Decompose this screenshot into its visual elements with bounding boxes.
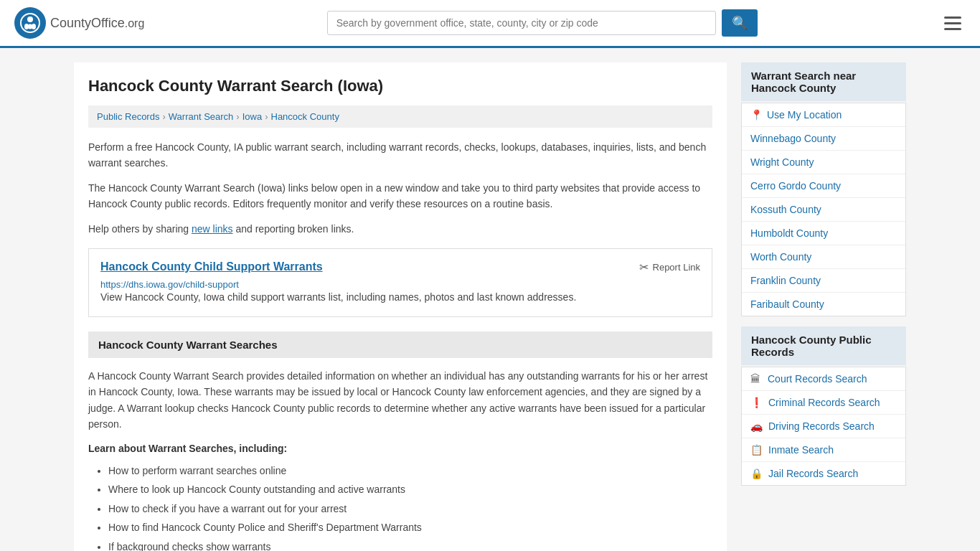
public-records-list: 🏛 Court Records Search ❗ Criminal Record… [741,367,906,486]
sidebar-court-records[interactable]: 🏛 Court Records Search [742,367,905,391]
search-area: 🔍 [327,9,758,37]
menu-button[interactable] [940,12,966,34]
page-title: Hancock County Warrant Search (Iowa) [88,77,712,95]
breadcrumb-hancock-county[interactable]: Hancock County [271,111,339,122]
list-item: How to perform warrant searches online [108,461,712,481]
nearby-heading: Warrant Search near Hancock County [741,62,906,101]
breadcrumb-iowa[interactable]: Iowa [242,111,262,122]
sidebar-driving-records[interactable]: 🚗 Driving Records Search [742,415,905,438]
main-layout: Hancock County Warrant Search (Iowa) Pub… [60,48,920,551]
sidebar: Warrant Search near Hancock County 📍 Use… [741,62,906,551]
warrant-card-title[interactable]: Hancock County Child Support Warrants [100,260,323,273]
sidebar-county-wright[interactable]: Wright County [742,151,905,174]
warrant-description: View Hancock County, Iowa child support … [100,290,700,305]
search-button[interactable]: 🔍 [722,9,758,37]
public-records-heading: Hancock County Public Records [741,326,906,365]
svg-point-1 [27,17,33,22]
sidebar-jail-records[interactable]: 🔒 Jail Records Search [742,462,905,485]
court-icon: 🏛 [750,373,762,385]
sidebar-county-humboldt[interactable]: Humboldt County [742,222,905,245]
use-location-link[interactable]: Use My Location [767,109,842,121]
content-area: Hancock County Warrant Search (Iowa) Pub… [74,62,727,551]
list-item: How to check if you have a warrant out f… [108,499,712,519]
svg-point-4 [28,24,33,29]
warrant-card-header: Hancock County Child Support Warrants ✂ … [100,260,700,274]
search-input[interactable] [327,11,716,35]
sidebar-county-kossuth[interactable]: Kossuth County [742,198,905,222]
criminal-icon: ❗ [750,397,763,408]
inmate-icon: 📋 [750,444,763,456]
intro-paragraph-2: The Hancock County Warrant Search (Iowa)… [88,180,712,212]
header: CountyOffice.org 🔍 [0,0,980,48]
new-links[interactable]: new links [192,223,233,235]
sidebar-county-faribault[interactable]: Faribault County [742,293,905,316]
logo-icon [14,7,46,39]
car-icon: 🚗 [750,420,763,432]
warrant-card: Hancock County Child Support Warrants ✂ … [88,248,712,317]
intro-paragraph-3: Help others by sharing new links and rep… [88,221,712,237]
warrant-searches-heading: Hancock County Warrant Searches [88,331,712,358]
sidebar-county-worth[interactable]: Worth County [742,245,905,269]
menu-bar-3 [944,28,961,30]
bullet-list: How to perform warrant searches online W… [88,461,712,551]
location-pin-icon: 📍 [750,109,763,121]
sidebar-county-franklin[interactable]: Franklin County [742,269,905,293]
logo-area: CountyOffice.org [14,7,144,39]
breadcrumb: Public Records › Warrant Search › Iowa ›… [88,105,712,128]
intro-paragraph-1: Perform a free Hancock County, IA public… [88,139,712,171]
warrant-url[interactable]: https://dhs.iowa.gov/child-support [100,279,239,290]
list-item: Where to look up Hancock County outstand… [108,480,712,499]
nearby-counties-list: 📍 Use My Location Winnebago County Wrigh… [741,103,906,316]
logo-text: CountyOffice.org [50,16,144,31]
warrant-searches-body: A Hancock County Warrant Search provides… [88,368,712,433]
breadcrumb-public-records[interactable]: Public Records [97,111,159,122]
jail-icon: 🔒 [750,468,763,479]
list-item: If background checks show warrants [108,537,712,551]
menu-bar-1 [944,17,961,19]
svg-point-0 [21,14,39,32]
learn-heading: Learn about Warrant Searches, including: [88,443,712,454]
sidebar-county-cerro-gordo[interactable]: Cerro Gordo County [742,174,905,198]
use-location-item[interactable]: 📍 Use My Location [742,103,905,127]
report-link-button[interactable]: ✂ Report Link [639,260,700,274]
list-item: How to find Hancock County Police and Sh… [108,518,712,537]
sidebar-inmate-search[interactable]: 📋 Inmate Search [742,438,905,462]
breadcrumb-warrant-search[interactable]: Warrant Search [169,111,234,122]
scissors-icon: ✂ [639,260,649,274]
menu-bar-2 [944,22,961,24]
sidebar-criminal-records[interactable]: ❗ Criminal Records Search [742,391,905,415]
sidebar-county-winnebago[interactable]: Winnebago County [742,127,905,151]
